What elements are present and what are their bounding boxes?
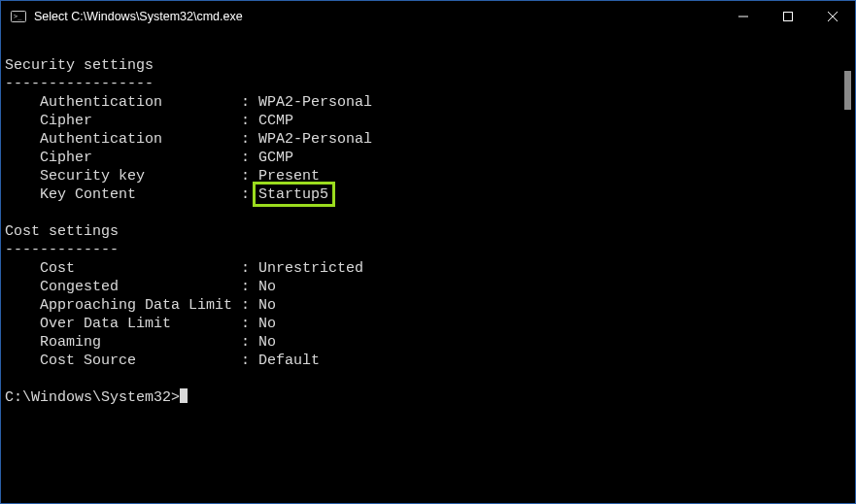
cmd-icon: >_ bbox=[11, 9, 26, 24]
terminal-cursor bbox=[180, 388, 188, 403]
minimize-button[interactable] bbox=[721, 1, 766, 32]
terminal-output: Security settings ----------------- Auth… bbox=[1, 32, 855, 407]
svg-text:>_: >_ bbox=[14, 13, 22, 20]
maximize-button[interactable] bbox=[766, 1, 810, 32]
terminal-area[interactable]: Security settings ----------------- Auth… bbox=[1, 32, 855, 503]
cmd-window: >_ Select C:\Windows\System32\cmd.exe Se… bbox=[0, 0, 856, 504]
vertical-scrollbar[interactable] bbox=[844, 71, 851, 110]
titlebar[interactable]: >_ Select C:\Windows\System32\cmd.exe bbox=[1, 1, 855, 32]
svg-rect-3 bbox=[784, 13, 793, 21]
close-button[interactable] bbox=[810, 1, 855, 32]
window-title: Select C:\Windows\System32\cmd.exe bbox=[34, 10, 243, 23]
